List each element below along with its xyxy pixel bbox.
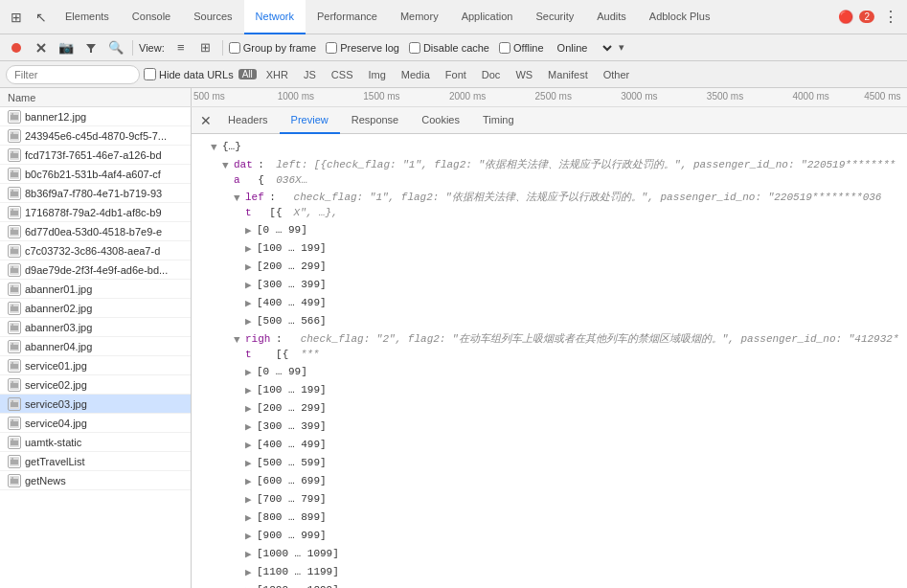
file-item[interactable]: abanner01.jpg bbox=[0, 280, 191, 299]
tree-toggle[interactable]: ▶ bbox=[245, 492, 257, 508]
tree-toggle[interactable]: ▶ bbox=[245, 278, 257, 293]
tree-toggle[interactable]: ▼ bbox=[222, 158, 234, 173]
tree-toggle[interactable]: ▶ bbox=[245, 314, 257, 329]
tab-timing[interactable]: Timing bbox=[471, 107, 526, 134]
file-item[interactable]: 243945e6-c45d-4870-9cf5-7... bbox=[0, 126, 191, 146]
file-item[interactable]: service04.jpg bbox=[0, 414, 191, 433]
throttle-select[interactable]: Online Fast 3G Slow 3G Offline bbox=[552, 41, 615, 55]
tree-toggle[interactable]: ▼ bbox=[234, 191, 245, 206]
filter-ws[interactable]: WS bbox=[510, 67, 538, 82]
tree-toggle[interactable]: ▶ bbox=[245, 241, 257, 257]
clear-button[interactable] bbox=[31, 37, 52, 58]
svg-rect-47 bbox=[11, 383, 18, 388]
file-item[interactable]: banner12.jpg bbox=[0, 107, 191, 126]
tree-toggle[interactable]: ▶ bbox=[245, 529, 257, 544]
tab-adblock[interactable]: Adblock Plus bbox=[638, 0, 722, 34]
file-item[interactable]: b0c76b21-531b-4af4-a607-cf bbox=[0, 165, 191, 184]
tree-toggle[interactable]: ▶ bbox=[245, 383, 257, 398]
tab-cookies[interactable]: Cookies bbox=[410, 107, 471, 134]
offline-checkbox[interactable] bbox=[499, 42, 510, 54]
close-detail-button[interactable]: ✕ bbox=[195, 110, 216, 131]
file-name: c7c03732-3c86-4308-aea7-d bbox=[25, 245, 160, 257]
tree-toggle[interactable]: ▶ bbox=[245, 401, 257, 417]
tab-elements[interactable]: Elements bbox=[54, 0, 121, 34]
filter-media[interactable]: Media bbox=[396, 67, 436, 82]
file-name: 243945e6-c45d-4870-9cf5-7... bbox=[25, 130, 167, 142]
filter-img[interactable]: Img bbox=[362, 67, 391, 82]
tab-network[interactable]: Network bbox=[244, 0, 306, 34]
filter-toggle-button[interactable] bbox=[80, 37, 102, 58]
tab-audits[interactable]: Audits bbox=[585, 0, 638, 34]
tree-toggle[interactable]: ▼ bbox=[211, 140, 222, 155]
file-item[interactable]: fcd7173f-7651-46e7-a126-bd bbox=[0, 146, 191, 165]
tab-application[interactable]: Application bbox=[450, 0, 525, 34]
filter-other[interactable]: Other bbox=[598, 67, 636, 82]
group-by-frame-checkbox[interactable] bbox=[229, 42, 240, 54]
tab-headers[interactable]: Headers bbox=[216, 107, 280, 134]
tab-sources[interactable]: Sources bbox=[182, 0, 243, 34]
tree-toggle[interactable]: ▶ bbox=[245, 419, 257, 435]
file-item[interactable]: abanner02.jpg bbox=[0, 299, 191, 318]
file-item[interactable]: c7c03732-3c86-4308-aea7-d bbox=[0, 241, 191, 260]
tree-toggle[interactable]: ▶ bbox=[245, 565, 257, 580]
file-item[interactable]: service02.jpg bbox=[0, 375, 191, 395]
file-item[interactable]: uamtk-static bbox=[0, 433, 191, 452]
error-icon: 🔴 bbox=[838, 10, 853, 24]
tree-view-button[interactable]: ⊞ bbox=[195, 37, 216, 58]
tab-security[interactable]: Security bbox=[524, 0, 585, 34]
file-name: service04.jpg bbox=[25, 418, 87, 429]
file-item[interactable]: 1716878f-79a2-4db1-af8c-b9 bbox=[0, 203, 191, 222]
svg-point-9 bbox=[11, 132, 13, 134]
tab-console[interactable]: Console bbox=[121, 0, 182, 34]
tick-1500: 1500 ms bbox=[363, 91, 399, 102]
filter-font[interactable]: Font bbox=[440, 67, 472, 82]
inspect-icon[interactable]: ↖ bbox=[29, 5, 54, 30]
tree-toggle[interactable]: ▶ bbox=[245, 365, 257, 380]
tree-row: ▶ [200 … 299] bbox=[192, 258, 907, 276]
filter-xhr[interactable]: XHR bbox=[261, 67, 294, 82]
tree-toggle[interactable]: ▶ bbox=[245, 223, 257, 238]
tab-preview[interactable]: Preview bbox=[280, 107, 340, 134]
tab-performance[interactable]: Performance bbox=[306, 0, 389, 34]
preserve-log-label: Preserve log bbox=[326, 42, 399, 54]
tab-response[interactable]: Response bbox=[340, 107, 411, 134]
file-item[interactable]: getNews bbox=[0, 471, 191, 490]
tab-memory[interactable]: Memory bbox=[389, 0, 450, 34]
tree-toggle[interactable]: ▶ bbox=[245, 456, 257, 471]
file-item[interactable]: service03.jpg bbox=[0, 395, 191, 414]
file-item[interactable]: abanner03.jpg bbox=[0, 318, 191, 337]
file-item[interactable]: d9ae79de-2f3f-4e9f-ad6e-bd... bbox=[0, 260, 191, 280]
svg-rect-35 bbox=[11, 306, 18, 311]
tick-500: 500 ms bbox=[193, 91, 225, 102]
tree-toggle[interactable]: ▶ bbox=[245, 438, 257, 453]
hide-data-urls-checkbox[interactable] bbox=[144, 68, 156, 80]
filter-js[interactable]: JS bbox=[298, 67, 322, 82]
list-view-button[interactable]: ≡ bbox=[170, 37, 192, 58]
dock-icon[interactable]: ⊞ bbox=[4, 5, 29, 30]
search-button[interactable]: 🔍 bbox=[105, 37, 126, 58]
filter-css[interactable]: CSS bbox=[326, 67, 359, 82]
tree-toggle[interactable]: ▶ bbox=[245, 296, 257, 311]
file-item[interactable]: abanner04.jpg bbox=[0, 337, 191, 356]
filter-input[interactable] bbox=[6, 65, 140, 84]
filter-manifest[interactable]: Manifest bbox=[542, 67, 594, 82]
file-item[interactable]: getTravelList bbox=[0, 452, 191, 471]
img-icon bbox=[10, 380, 19, 390]
record-button[interactable] bbox=[6, 37, 27, 58]
tree-toggle[interactable]: ▶ bbox=[245, 510, 257, 526]
disable-cache-checkbox[interactable] bbox=[409, 42, 420, 54]
file-item[interactable]: 6d77d0ea-53d0-4518-b7e9-e bbox=[0, 222, 191, 241]
tree-toggle[interactable]: ▶ bbox=[245, 547, 257, 562]
tree-toggle[interactable]: ▶ bbox=[245, 260, 257, 275]
file-item[interactable]: service01.jpg bbox=[0, 356, 191, 375]
tree-toggle[interactable]: ▶ bbox=[245, 583, 257, 588]
screenshot-button[interactable]: 📷 bbox=[56, 37, 77, 58]
tree-toggle[interactable]: ▶ bbox=[245, 474, 257, 489]
file-icon bbox=[8, 359, 21, 373]
preserve-log-checkbox[interactable] bbox=[326, 42, 337, 54]
more-options-button[interactable]: ⋮ bbox=[878, 5, 903, 30]
filter-doc[interactable]: Doc bbox=[476, 67, 507, 82]
file-item[interactable]: 8b36f9a7-f780-4e71-b719-93 bbox=[0, 184, 191, 203]
svg-rect-62 bbox=[11, 479, 18, 484]
tree-toggle[interactable]: ▼ bbox=[234, 332, 245, 348]
